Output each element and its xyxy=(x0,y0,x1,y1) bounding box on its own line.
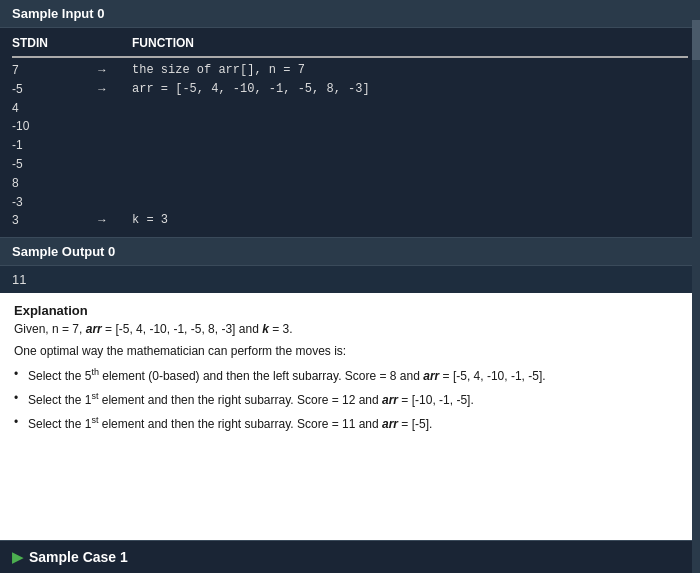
sample-input-header: Sample Input 0 xyxy=(0,0,700,28)
scrollbar-thumb[interactable] xyxy=(692,20,700,60)
stdin-value-6: -5 xyxy=(12,156,72,173)
sample-output-value: 11 xyxy=(0,266,700,293)
stdin-label: STDIN xyxy=(12,36,132,50)
arrow-1: → xyxy=(72,62,132,79)
scrollbar[interactable] xyxy=(692,0,700,573)
sample-case-label: Sample Case 1 xyxy=(29,549,128,565)
table-row: 7 → the size of arr[], n = 7 xyxy=(12,62,688,79)
table-row: -1 xyxy=(12,137,688,154)
stdin-value-8: -3 xyxy=(12,194,72,211)
function-text-2: arr = [-5, 4, -10, -1, -5, 8, -3] xyxy=(132,81,370,98)
table-headers: STDIN FUNCTION xyxy=(12,36,688,50)
stdin-function-table: STDIN FUNCTION 7 → the size of arr[], n … xyxy=(0,28,700,237)
bullet-3: Select the 1st element and then the righ… xyxy=(14,414,686,433)
table-row: -5 → arr = [-5, 4, -10, -1, -5, 8, -3] xyxy=(12,81,688,98)
explanation-given: Given, n = 7, arr = [-5, 4, -10, -1, -5,… xyxy=(14,322,686,336)
stdin-value-7: 8 xyxy=(12,175,72,192)
function-text-1: the size of arr[], n = 7 xyxy=(132,62,305,79)
table-row: -3 xyxy=(12,194,688,211)
function-text-9: k = 3 xyxy=(132,212,168,229)
explanation-title: Explanation xyxy=(14,303,686,318)
expand-arrow-icon: ▶ xyxy=(12,549,23,565)
arrow-2: → xyxy=(72,81,132,98)
stdin-value-1: 7 xyxy=(12,62,72,79)
explanation-intro: One optimal way the mathematician can pe… xyxy=(14,344,686,358)
stdin-value-9: 3 xyxy=(12,212,72,229)
table-row: 8 xyxy=(12,175,688,192)
arrow-9: → xyxy=(72,212,132,229)
bullet-2: Select the 1st element and then the righ… xyxy=(14,390,686,409)
table-row: -5 xyxy=(12,156,688,173)
table-row: -10 xyxy=(12,118,688,135)
stdin-value-3: 4 xyxy=(12,100,72,117)
stdin-value-4: -10 xyxy=(12,118,72,135)
sample-case-footer[interactable]: ▶ Sample Case 1 xyxy=(0,540,700,573)
table-row: 4 xyxy=(12,100,688,117)
function-label: FUNCTION xyxy=(132,36,194,50)
sample-output-header: Sample Output 0 xyxy=(0,237,700,266)
explanation-section: Explanation Given, n = 7, arr = [-5, 4, … xyxy=(0,293,700,540)
stdin-value-5: -1 xyxy=(12,137,72,154)
output-number: 11 xyxy=(12,272,26,287)
explanation-bullets: Select the 5th element (0-based) and the… xyxy=(14,366,686,432)
table-row: 3 → k = 3 xyxy=(12,212,688,229)
stdin-value-2: -5 xyxy=(12,81,72,98)
bullet-1: Select the 5th element (0-based) and the… xyxy=(14,366,686,385)
